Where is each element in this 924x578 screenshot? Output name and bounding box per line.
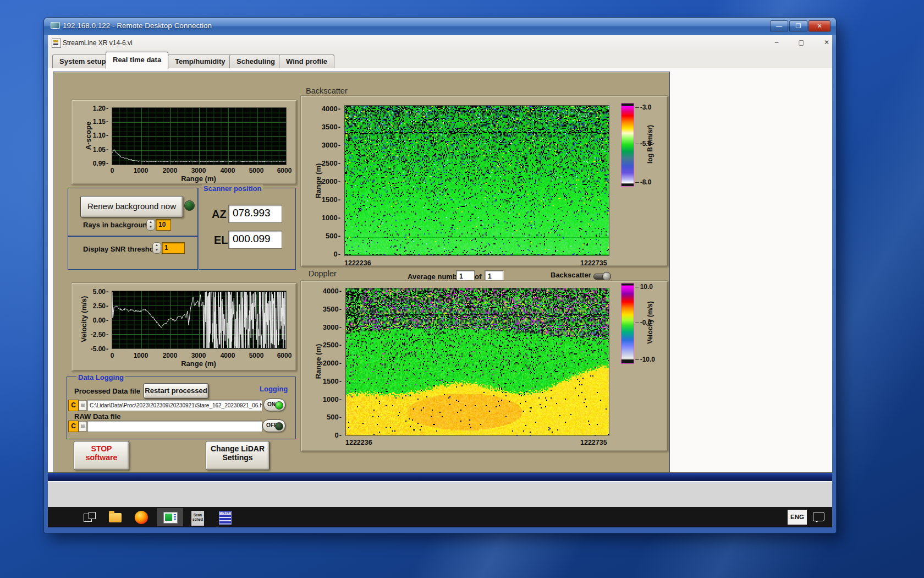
doppler-plot	[345, 288, 609, 436]
meter-app-icon[interactable]: METER	[219, 511, 232, 525]
backscatter-toggle-switch[interactable]	[593, 271, 611, 280]
chat-icon[interactable]	[813, 512, 824, 521]
tab-temp-humidity[interactable]: Temp/humidity	[168, 54, 232, 68]
task-view-icon[interactable]	[84, 512, 96, 523]
stop-button-line2: software	[74, 453, 129, 462]
processed-path-field[interactable]: C:\Lidar\Data\Proc\2023\202309\20230921\…	[87, 400, 262, 411]
az-value-display: 078.993	[228, 205, 282, 223]
backscatter-ytick: 0	[316, 250, 340, 258]
app-minimize-button[interactable]: –	[768, 37, 785, 48]
doppler-bar-tick: -10.0	[635, 356, 655, 363]
change-lidar-settings-button[interactable]: Change LiDAR Settings	[206, 441, 270, 470]
snr-threshold-label: Display SNR threshold	[83, 245, 160, 253]
logging-off-led-icon	[275, 422, 283, 430]
raw-path-field[interactable]	[87, 421, 262, 432]
processed-logging-toggle-on[interactable]: ON	[263, 399, 285, 411]
doppler-ytick: 4000	[317, 287, 342, 295]
tab-system-setup[interactable]: System setup	[52, 54, 113, 68]
ascope-xtick: 2000	[163, 167, 178, 175]
rdp-close-button[interactable]: ✕	[809, 20, 831, 32]
el-value-display: 000.099	[228, 231, 282, 249]
rdp-window-title: 192.168.0.122 - Remote Desktop Connectio…	[63, 21, 212, 30]
ascope-plot	[112, 107, 287, 165]
spinner-up-icon[interactable]: ▲	[155, 243, 158, 247]
velocity-xlabel: Range (m)	[181, 359, 216, 368]
rdp-minimize-button[interactable]: —	[770, 20, 788, 32]
tab-scheduling[interactable]: Scheduling	[229, 54, 282, 68]
snr-value-field[interactable]: 1	[162, 242, 185, 254]
labview-vi-icon	[52, 39, 61, 48]
ascope-ylabel: A-scope	[84, 106, 92, 166]
tab-page: 1.20 1.15 1.10 1.05 0.99 0 1000 2000 300…	[48, 68, 832, 472]
raw-logging-toggle-off[interactable]: OFF	[262, 419, 285, 432]
spinner-down-icon[interactable]: ▼	[155, 248, 158, 252]
backscatter-ylabel: Range (m)	[314, 156, 322, 206]
scan-scheduler-app-icon[interactable]: Scan sched	[191, 511, 204, 526]
backscatter-bar-tick: -3.0	[635, 103, 651, 111]
backscatter-ytick: 3000	[316, 141, 340, 149]
rdp-window: 192.168.0.122 - Remote Desktop Connectio…	[44, 18, 836, 533]
firefox-icon[interactable]	[135, 511, 148, 524]
ascope-xtick: 1000	[134, 167, 148, 175]
streamline-app-icon[interactable]	[163, 512, 178, 524]
file-explorer-icon[interactable]	[109, 513, 122, 522]
app-window-footer	[48, 481, 832, 508]
logging-label: Logging	[258, 385, 289, 393]
rays-value-field[interactable]: 10	[156, 219, 171, 231]
active-app-highlight[interactable]	[157, 508, 183, 526]
language-indicator[interactable]: ENG	[788, 510, 807, 525]
raw-drive-box[interactable]: C	[68, 421, 79, 432]
tab-wind-profile[interactable]: Wind profile	[279, 54, 334, 68]
doppler-bar-label: Velocity (m/s)	[646, 292, 654, 353]
scan-icon-text: Scan	[194, 513, 202, 517]
velocity-xtick: 1000	[134, 352, 148, 359]
raw-data-file-label: RAW Data file	[74, 412, 121, 421]
backscatter-color-scale	[621, 103, 634, 187]
rdp-titlebar[interactable]: 192.168.0.122 - Remote Desktop Connectio…	[44, 18, 836, 35]
ascope-xtick: 3000	[191, 167, 206, 175]
backscatter-ytick: 1000	[316, 214, 340, 222]
snr-spinner[interactable]: ▲▼	[152, 242, 161, 254]
path-browse-icon[interactable]: ▤	[79, 421, 87, 432]
spinner-up-icon[interactable]: ▲	[149, 220, 152, 223]
scanner-position-box	[199, 188, 296, 270]
app-close-button[interactable]: ✕	[818, 37, 832, 48]
app-titlebar[interactable]: StreamLine XR v14-6.vi – ▢ ✕	[48, 35, 832, 51]
spinner-down-icon[interactable]: ▼	[149, 225, 152, 228]
doppler-xstart: 1222236	[345, 439, 372, 446]
velocity-ytick: 0.00	[84, 317, 108, 324]
doppler-ytick: 3500	[317, 305, 342, 313]
restart-processed-file-button[interactable]: Restart processed file	[144, 383, 208, 399]
renew-background-button[interactable]: Renew background now	[80, 196, 183, 217]
ascope-xlabel: Range (m)	[181, 175, 216, 183]
of-label: of	[475, 272, 481, 281]
rays-spinner[interactable]: ▲▼	[146, 219, 155, 231]
logging-on-led-icon	[275, 401, 283, 410]
velocity-ytick: 5.00	[84, 288, 108, 296]
ascope-xtick: 0	[111, 167, 114, 175]
remote-session: StreamLine XR v14-6.vi – ▢ ✕ System setu…	[48, 35, 832, 527]
tab-strip: System setup Real time data Temp/humidit…	[48, 51, 832, 69]
processed-drive-box[interactable]: C	[68, 400, 79, 411]
ascope-xtick: 5000	[249, 167, 264, 175]
meter-icon-text: METER	[219, 511, 231, 515]
stop-software-button[interactable]: STOP software	[74, 441, 129, 470]
doppler-xend: 1222735	[580, 439, 607, 446]
app-maximize-button[interactable]: ▢	[793, 37, 810, 48]
backscatter-bar-tick: -8.0	[635, 178, 651, 186]
change-button-line1: Change LiDAR	[206, 444, 269, 453]
el-label: EL	[214, 234, 228, 247]
velocity-xtick: 4000	[221, 352, 235, 359]
velocity-xtick: 0	[111, 352, 114, 359]
remote-taskbar: Scan sched METER ENG	[48, 507, 832, 527]
tab-real-time-data[interactable]: Real time data	[106, 52, 168, 69]
rays-in-background-label: Rays in background	[83, 221, 151, 229]
rdp-maximize-button[interactable]: ❐	[789, 20, 807, 32]
doppler-title: Doppler	[309, 269, 337, 278]
backscatter-ytick: 4000	[316, 105, 340, 113]
processed-data-file-label: Processed Data file	[74, 387, 140, 395]
scanner-position-title: Scanner position	[202, 184, 263, 193]
scan-icon-text: sched	[193, 517, 203, 521]
velocity-ylabel: Velocity (m/s)	[80, 283, 88, 355]
path-browse-icon[interactable]: ▤	[79, 400, 87, 411]
